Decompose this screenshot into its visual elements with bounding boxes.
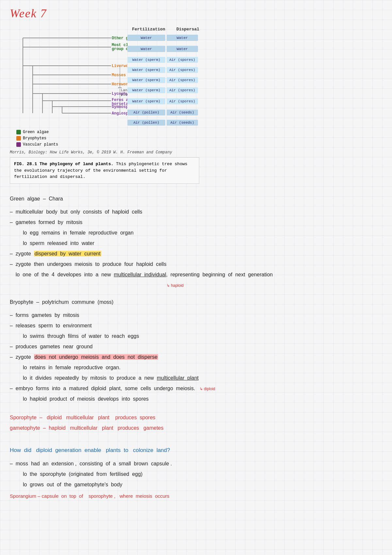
svg-text:plants: plants <box>121 93 127 96</box>
note-bryo-6: lo retains in female reproductive organ. <box>10 362 382 373</box>
note-bryo-3: lo swims through films of water to reach… <box>10 331 382 341</box>
fert-2: Water (sperm) <box>127 57 165 63</box>
note-col-1: – moss had an extension , consisting of … <box>10 459 382 469</box>
note-col-3: lo grows out of the gametophyte's body <box>10 479 382 490</box>
note-line-5: – zygote dispersed by water current <box>10 249 382 259</box>
label-other-green-algae: Other green algae <box>112 36 127 41</box>
section3-definitions: Sporophyte – diploid multicellular plant… <box>10 412 382 433</box>
legend-orange-box <box>16 136 21 141</box>
disp-6: Air (spores) <box>167 98 198 104</box>
def-gametophyte: gametophyte – haploid multicellular plan… <box>10 423 382 433</box>
note-bryo-1: – forms gametes by mitosis <box>10 310 382 321</box>
legend-purple-label: Vascular plants <box>23 142 58 147</box>
fert-5: Water (sperm) <box>127 87 165 93</box>
note-bryo-2: – releases sperm to environment <box>10 321 382 331</box>
svg-text:Liverworts: Liverworts <box>112 64 127 68</box>
header-fertilization: Fertilization <box>127 27 170 32</box>
fert-6: Water (sperm) <box>127 98 165 104</box>
fig-number: FIG. 28.1 <box>14 162 37 166</box>
note-line-7: lo one of the 4 developes into a new mul… <box>10 269 382 280</box>
disp-8: Air (seeds) <box>167 120 198 126</box>
disp-2: Air (spores) <box>167 57 198 63</box>
phylogeny-diagram: Fertilization Dispersal <box>10 27 219 147</box>
svg-text:Angiosperms: Angiosperms <box>112 111 127 116</box>
note-line-3: lo egg remains in female reproductive or… <box>10 228 382 238</box>
fert-0: Water <box>127 35 165 41</box>
fert-8: Air (pollen) <box>127 120 165 126</box>
section4-title: How did diploid generation enable plants… <box>10 445 382 456</box>
svg-text:Land: Land <box>121 88 127 92</box>
disp-3: Air (spores) <box>167 67 198 73</box>
disp-4: Air (spores) <box>167 77 198 83</box>
note-annotation-haploid: ↳ haploid <box>10 280 382 290</box>
note-bryo-4: – produces gametes near ground <box>10 341 382 352</box>
fert-4: Water (sperm) <box>127 77 165 83</box>
section4: How did diploid generation enable plants… <box>10 445 382 501</box>
fig-caption-box: FIG. 28.1 The phylogeny of land plants. … <box>10 157 199 184</box>
disp-7: Air (seeds) <box>167 110 198 115</box>
citation: Morris, Biology: How Life Works, 3e, © 2… <box>10 150 382 155</box>
fig-title: The phylogeny of land plants. <box>40 162 113 166</box>
header-dispersal: Dispersal <box>170 27 206 32</box>
legend-purple-box <box>16 142 21 147</box>
legend: Green algae Bryophytes Vascular plants <box>16 130 219 147</box>
svg-text:Hornworts: Hornworts <box>112 82 127 87</box>
page: Week 7 Fertilization Dispersal <box>0 0 392 555</box>
note-bryo-8: – embryo forms into a matured diploid pl… <box>10 383 382 394</box>
note-line-6: – zygote then undergoes meiosis to produ… <box>10 259 382 269</box>
legend-green-box <box>16 130 21 134</box>
section1-title: Green algae – Chara <box>10 196 63 201</box>
note-line-1: – multicellular body but only consists o… <box>10 207 382 217</box>
fert-7: Air (pollen) <box>127 110 165 115</box>
legend-green-label: Green algae <box>23 130 49 134</box>
disp-0: Water <box>167 35 198 41</box>
notes-section: Green algae – Chara – multicellular body… <box>10 194 382 501</box>
note-bryo-9: lo haploid product of meiosis develops i… <box>10 394 382 404</box>
page-title: Week 7 <box>10 7 382 20</box>
note-line-4: lo sperm released into water <box>10 238 382 249</box>
svg-text:Mosses: Mosses <box>112 73 126 78</box>
section2-title: Bryophyte – polytrichum commune (moss) <box>10 299 113 305</box>
note-col-2: lo the sporophyte (originated from ferti… <box>10 469 382 479</box>
phylogenetic-tree-svg: Other green algae Most closely related g… <box>10 33 127 121</box>
disp-1: Water <box>167 46 198 52</box>
table-data: Water Water Water Water Water (sperm) Ai… <box>127 33 198 127</box>
note-bryo-7: lo it divides repeatedly by mitosis to p… <box>10 373 382 383</box>
svg-text:Gymnosperms: Gymnosperms <box>112 105 127 109</box>
def-sporophyte: Sporophyte – diploid multicellular plant… <box>10 412 382 423</box>
fert-3: Water (sperm) <box>127 67 165 73</box>
svg-text:group of green algae: group of green algae <box>112 47 127 51</box>
fert-1: Water <box>127 46 165 52</box>
note-sporangium: Sporangium – capsule on top of sporophyt… <box>10 491 382 501</box>
note-bryo-5: – zygote does not undergo meiosis and do… <box>10 352 382 362</box>
legend-orange-label: Bryophytes <box>23 136 46 141</box>
disp-5: Air (spores) <box>167 87 198 93</box>
note-line-2: – gametes formed by mitosis <box>10 217 382 228</box>
